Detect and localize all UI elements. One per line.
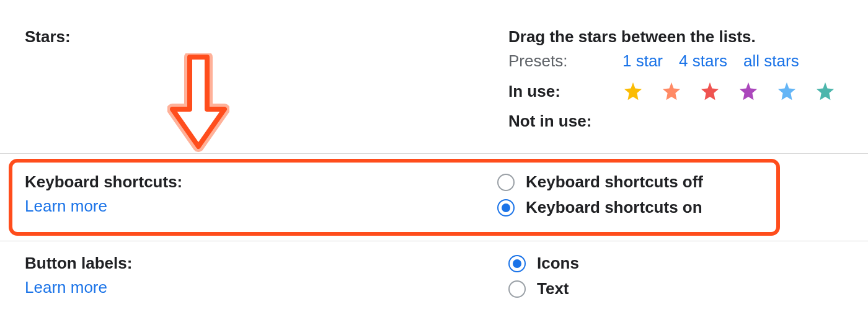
radio-button-labels-icons[interactable] xyxy=(508,255,526,272)
radio-keyboard-shortcuts-on[interactable] xyxy=(497,199,515,217)
star-blue-icon[interactable] xyxy=(776,81,797,102)
radio-button-labels-text[interactable] xyxy=(508,280,526,298)
not-in-use-label: Not in use: xyxy=(508,112,601,131)
radio-label-button-labels-icons: Icons xyxy=(537,254,579,273)
button-labels-learn-more[interactable]: Learn more xyxy=(25,278,496,297)
star-red-icon[interactable] xyxy=(699,81,720,102)
stars-config: Drag the stars between the lists. Preset… xyxy=(508,27,868,141)
stars-row: Stars: Drag the stars between the lists.… xyxy=(25,15,868,153)
radio-keyboard-shortcuts-off[interactable] xyxy=(497,174,515,191)
radio-label-keyboard-shortcuts-on: Keyboard shortcuts on xyxy=(526,198,702,217)
radio-label-keyboard-shortcuts-off: Keyboard shortcuts off xyxy=(526,172,703,192)
in-use-label: In use: xyxy=(508,82,601,101)
preset-1-star[interactable]: 1 star xyxy=(622,51,663,71)
star-orange-icon[interactable] xyxy=(661,81,682,102)
star-yellow-icon[interactable] xyxy=(622,81,644,102)
stars-instruction: Drag the stars between the lists. xyxy=(508,27,868,47)
button-labels-heading: Button labels: xyxy=(25,254,496,273)
star-green-icon[interactable] xyxy=(815,81,836,102)
keyboard-shortcuts-heading: Keyboard shortcuts: xyxy=(25,172,485,192)
star-purple-icon[interactable] xyxy=(738,81,759,102)
button-labels-row: Button labels: Learn more Icons Text xyxy=(25,241,868,311)
keyboard-shortcuts-learn-more[interactable]: Learn more xyxy=(25,197,485,216)
stars-in-use-tray xyxy=(622,81,836,102)
radio-label-button-labels-text: Text xyxy=(537,279,569,298)
divider xyxy=(0,153,868,154)
stars-heading: Stars: xyxy=(25,27,496,47)
presets-label: Presets: xyxy=(508,51,601,71)
keyboard-shortcuts-row: Keyboard shortcuts: Learn more Keyboard … xyxy=(9,159,780,236)
preset-4-stars[interactable]: 4 stars xyxy=(679,51,727,71)
preset-all-stars[interactable]: all stars xyxy=(743,51,799,71)
